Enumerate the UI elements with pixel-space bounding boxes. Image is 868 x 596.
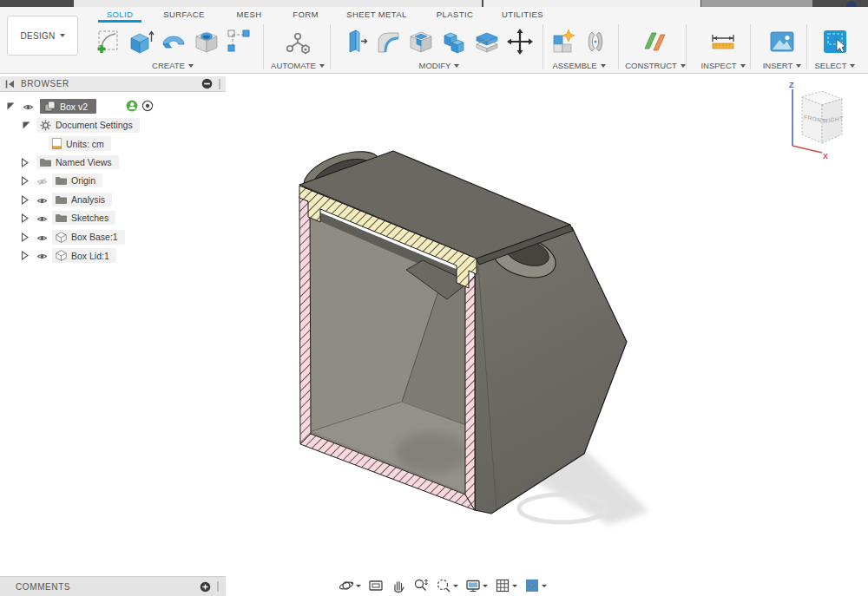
- component-icon: [44, 101, 56, 112]
- titlebar-segment: [483, 0, 700, 7]
- visibility-eye-icon[interactable]: [36, 197, 48, 205]
- zoom-window-icon: [436, 578, 451, 593]
- collapsed-arrow-icon[interactable]: [21, 233, 29, 242]
- panel-scrollbar[interactable]: [219, 79, 220, 89]
- group-label-create[interactable]: CREATE: [152, 61, 185, 70]
- rectangular-pattern-icon[interactable]: [226, 28, 252, 56]
- group-label-select[interactable]: SELECT: [815, 61, 847, 70]
- split-body-icon[interactable]: [473, 28, 501, 56]
- group-label-assemble[interactable]: ASSEMBLE: [552, 61, 596, 70]
- press-pull-icon[interactable]: [345, 28, 369, 56]
- cloud-status-badge[interactable]: [126, 100, 138, 112]
- tree-row-document-settings[interactable]: Document Settings: [0, 116, 226, 135]
- tree-row-box-v2[interactable]: Box v2: [0, 97, 226, 116]
- combine-icon[interactable]: [440, 28, 468, 56]
- group-separator: [686, 24, 687, 69]
- collapsed-arrow-icon[interactable]: [21, 251, 29, 260]
- insert-canvas-icon[interactable]: [768, 28, 796, 56]
- orbit-button[interactable]: [337, 577, 363, 594]
- tab-sheet-metal[interactable]: SHEET METAL: [346, 10, 407, 19]
- tree-item-label: Analysis: [71, 194, 105, 205]
- joint-icon[interactable]: [582, 28, 608, 56]
- extrude-icon[interactable]: [127, 28, 155, 56]
- tree-row-box-base[interactable]: Box Base:1: [0, 228, 226, 247]
- tree-item-label: Units: cm: [66, 139, 104, 149]
- profile-avatar[interactable]: [846, 1, 857, 7]
- titlebar-segment: [701, 0, 812, 7]
- hole-icon[interactable]: [193, 28, 220, 56]
- tab-surface[interactable]: SURFACE: [163, 10, 205, 19]
- visibility-eye-icon[interactable]: [36, 215, 48, 223]
- tree-row-box-lid[interactable]: Box Lid:1: [0, 246, 226, 265]
- viewcube[interactable]: Z X FRONT RIGHT: [760, 78, 864, 178]
- visibility-eye-icon[interactable]: [36, 234, 48, 242]
- group-separator: [806, 24, 807, 69]
- new-component-icon[interactable]: [549, 28, 577, 56]
- collapsed-arrow-icon[interactable]: [21, 158, 29, 167]
- visibility-eye-icon[interactable]: [23, 103, 34, 111]
- collapsed-arrow-icon[interactable]: [21, 195, 29, 205]
- design-workspace-button[interactable]: DESIGN: [7, 16, 78, 56]
- group-separator: [263, 24, 264, 69]
- fit-button[interactable]: [434, 577, 460, 594]
- tab-plastic[interactable]: PLASTIC: [437, 10, 473, 19]
- viewports-icon: [524, 578, 540, 593]
- tree-item-pill: Sketches: [52, 211, 115, 225]
- select-icon[interactable]: [821, 28, 849, 56]
- tree-item-pill: Box Lid:1: [52, 248, 116, 263]
- look-at-button[interactable]: [366, 577, 385, 594]
- browser-panel-header[interactable]: BROWSER: [0, 76, 226, 92]
- visibility-eye-off-icon[interactable]: [36, 178, 48, 186]
- tree-item-label: Sketches: [71, 213, 108, 223]
- construction-plane-icon[interactable]: [641, 28, 669, 56]
- tree-row-named-views[interactable]: Named Views: [0, 154, 226, 173]
- tree-row-analysis[interactable]: Analysis: [0, 191, 226, 210]
- tree-item-label: Origin: [71, 175, 95, 186]
- component-pill[interactable]: Box v2: [40, 99, 96, 114]
- navigation-toolbar: [337, 575, 549, 596]
- fillet-icon[interactable]: [374, 28, 402, 56]
- group-label-modify[interactable]: MODIFY: [419, 61, 451, 70]
- group-label-construct[interactable]: CONSTRUCT: [625, 61, 677, 70]
- tab-solid[interactable]: SOLID: [107, 10, 134, 19]
- create-sketch-icon[interactable]: [94, 28, 122, 56]
- tree-row-sketches[interactable]: Sketches: [0, 209, 226, 228]
- tree-row-origin[interactable]: Origin: [0, 172, 226, 191]
- group-label-insert[interactable]: INSERT: [763, 61, 793, 70]
- pan-hand-icon: [391, 578, 406, 593]
- measure-icon[interactable]: [708, 28, 738, 56]
- shell-icon[interactable]: [407, 28, 435, 56]
- tab-utilities[interactable]: UTILITIES: [502, 10, 543, 19]
- tree-item-label: Box Lid:1: [71, 251, 109, 261]
- tree-row-units[interactable]: Units: cm: [0, 134, 226, 154]
- expanded-arrow-icon[interactable]: [23, 121, 30, 129]
- dropdown-caret-icon: [454, 64, 459, 68]
- ribbon-toolbar: SOLID SURFACE MESH FORM SHEET METAL PLAS…: [0, 7, 868, 74]
- ribbon-group-assemble: ASSEMBLE: [549, 23, 609, 73]
- expanded-arrow-icon[interactable]: [7, 102, 15, 110]
- zoom-button[interactable]: [411, 577, 431, 594]
- tree-item-label: Box Base:1: [71, 232, 118, 242]
- tab-form[interactable]: FORM: [293, 10, 319, 19]
- hide-panel-icon[interactable]: [201, 78, 213, 89]
- collapse-panel-icon[interactable]: [5, 80, 15, 88]
- group-label-inspect[interactable]: INSPECT: [700, 61, 736, 70]
- grid-settings-button[interactable]: [493, 577, 519, 594]
- viewports-button[interactable]: [523, 577, 549, 594]
- panel-scrollbar[interactable]: [217, 581, 219, 592]
- add-comment-icon[interactable]: [200, 581, 211, 593]
- tree-item-pill: Analysis: [52, 193, 112, 206]
- comments-panel-header[interactable]: COMMENTS: [0, 576, 226, 596]
- automate-icon[interactable]: [283, 28, 312, 56]
- display-settings-button[interactable]: [464, 577, 490, 594]
- revolve-icon[interactable]: [160, 28, 187, 56]
- visibility-eye-icon[interactable]: [36, 252, 48, 260]
- folder-icon: [56, 176, 67, 185]
- collapsed-arrow-icon[interactable]: [21, 176, 29, 186]
- pan-button[interactable]: [389, 577, 408, 594]
- tab-mesh[interactable]: MESH: [236, 10, 261, 19]
- group-label-automate[interactable]: AUTOMATE: [271, 61, 316, 70]
- collapsed-arrow-icon[interactable]: [21, 213, 29, 223]
- move-copy-icon[interactable]: [506, 28, 534, 56]
- activate-component-radio[interactable]: [141, 100, 154, 112]
